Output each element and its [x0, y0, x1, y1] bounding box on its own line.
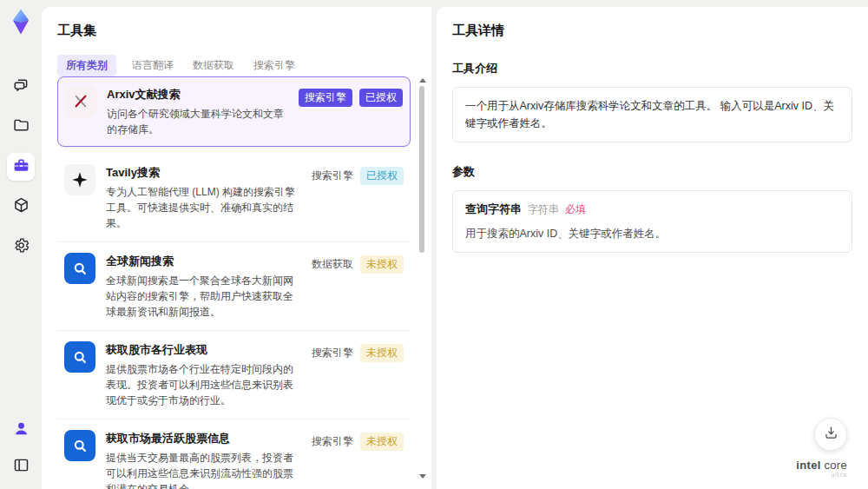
tool-description: 提供当天交易量最高的股票列表，投资者可以利用这些信息来识别流动性强的股票和潜在的… [106, 450, 301, 489]
tool-description: 专为人工智能代理 (LLM) 构建的搜索引擎工具。可快速提供实时、准确和真实的结… [106, 184, 301, 231]
arxiv-icon [65, 86, 96, 117]
tool-auth-badge: 未授权 [360, 433, 404, 451]
scroll-down-arrow[interactable] [419, 474, 426, 479]
tool-category-label: 搜索引擎 [312, 344, 353, 362]
param-type: 字符串 [528, 202, 559, 218]
toolset-panel: 工具集 所有类别语言翻译数据获取搜索引擎 Arxiv文献搜索 访问各个研究领域大… [42, 7, 431, 489]
category-tab[interactable]: 搜索引擎 [250, 55, 299, 76]
category-tab[interactable]: 数据获取 [189, 55, 238, 76]
param-card: 查询字符串 字符串 必填 用于搜索的Arxiv ID、关键字或作者姓名。 [452, 190, 852, 253]
tool-name: 全球新闻搜索 [106, 253, 301, 269]
scrollbar [418, 78, 425, 479]
magnifier-app-icon [64, 430, 95, 461]
scrollbar-thumb[interactable] [419, 86, 424, 253]
sidebar-item-profile[interactable] [7, 416, 35, 444]
brand-core-text: core [825, 459, 848, 472]
tool-category-label: 数据获取 [312, 255, 353, 274]
tool-category-label: 搜索引擎 [312, 433, 353, 451]
tool-list-item[interactable]: Arxiv文献搜索 访问各个研究领域大量科学论文和文章的存储库。 搜索引擎 已授… [57, 76, 411, 147]
tool-name: Arxiv文献搜索 [107, 86, 288, 102]
tool-category-label: 搜索引擎 [299, 89, 352, 107]
folder-icon [12, 116, 30, 138]
intro-heading: 工具介绍 [452, 61, 868, 76]
brand-intel-text: intel [796, 459, 820, 472]
intel-core-logo: intel core ultra [796, 459, 847, 479]
tool-name: 获取市场最活跃股票信息 [106, 430, 301, 446]
brand-sub-text: ultra [796, 472, 847, 479]
panel-icon [12, 456, 30, 478]
magnifier-app-icon [64, 253, 95, 284]
icon-rail [0, 0, 42, 489]
tool-category-label: 搜索引擎 [312, 167, 353, 185]
chat-icon [12, 76, 30, 98]
sidebar-item-models[interactable] [7, 193, 35, 221]
sparkle-star-icon [64, 164, 95, 195]
tool-description: 提供股票市场各个行业在特定时间段内的表现。投资者可以利用这些信息来识别表现优于或… [106, 361, 301, 408]
tool-list-item[interactable]: 获取市场最活跃股票信息 提供当天交易量最高的股票列表，投资者可以利用这些信息来识… [57, 420, 411, 489]
param-required-badge: 必填 [565, 202, 586, 218]
category-tab[interactable]: 语言翻译 [128, 55, 177, 76]
download-button[interactable] [814, 418, 847, 451]
toolbox-icon [12, 156, 30, 178]
scroll-up-arrow[interactable] [419, 78, 426, 83]
tool-auth-badge: 已授权 [360, 167, 404, 185]
app-logo-icon [6, 7, 36, 36]
param-name: 查询字符串 [465, 201, 522, 219]
sidebar-item-files[interactable] [7, 113, 35, 141]
tool-auth-badge: 未授权 [360, 344, 404, 362]
page-title: 工具集 [42, 7, 431, 39]
tool-list: Arxiv文献搜索 访问各个研究领域大量科学论文和文章的存储库。 搜索引擎 已授… [57, 76, 411, 489]
sidebar-item-chat[interactable] [7, 73, 35, 101]
tool-name: 获取股市各行业表现 [106, 341, 301, 358]
tool-name: Tavily搜索 [106, 164, 301, 181]
param-description: 用于搜索的Arxiv ID、关键字或作者姓名。 [465, 225, 839, 242]
tool-description: 全球新闻搜索是一个聚合全球各大新闻网站内容的搜索引擎，帮助用户快速获取全球最新资… [106, 273, 301, 320]
download-icon [823, 425, 839, 445]
intro-card: 一个用于从Arxiv存储库搜索科学论文和文章的工具。 输入可以是Arxiv ID… [452, 87, 852, 142]
tool-auth-badge: 未授权 [360, 255, 404, 274]
tool-details-panel: 工具详情 工具介绍 一个用于从Arxiv存储库搜索科学论文和文章的工具。 输入可… [437, 7, 868, 489]
tool-list-item[interactable]: 全球新闻搜索 全球新闻搜索是一个聚合全球各大新闻网站内容的搜索引擎，帮助用户快速… [57, 242, 411, 331]
category-tab[interactable]: 所有类别 [57, 55, 116, 76]
gear-icon [12, 236, 30, 258]
sidebar-item-toolset[interactable] [7, 153, 35, 181]
tool-list-item[interactable]: Tavily搜索 专为人工智能代理 (LLM) 构建的搜索引擎工具。可快速提供实… [57, 154, 411, 242]
tool-list-item[interactable]: 获取股市各行业表现 提供股票市场各个行业在特定时间段内的表现。投资者可以利用这些… [57, 331, 411, 420]
detail-title: 工具详情 [437, 7, 868, 39]
intro-text: 一个用于从Arxiv存储库搜索科学论文和文章的工具。 输入可以是Arxiv ID… [465, 100, 834, 129]
cube-icon [12, 196, 30, 218]
magnifier-app-icon [64, 341, 95, 373]
user-icon [12, 420, 30, 441]
sidebar-item-settings[interactable] [7, 233, 35, 261]
params-heading: 参数 [452, 164, 868, 180]
tool-description: 访问各个研究领域大量科学论文和文章的存储库。 [107, 106, 288, 137]
category-tabs: 所有类别语言翻译数据获取搜索引擎 [57, 55, 431, 76]
tool-auth-badge: 已授权 [359, 89, 403, 107]
sidebar-item-collapse[interactable] [7, 453, 35, 480]
